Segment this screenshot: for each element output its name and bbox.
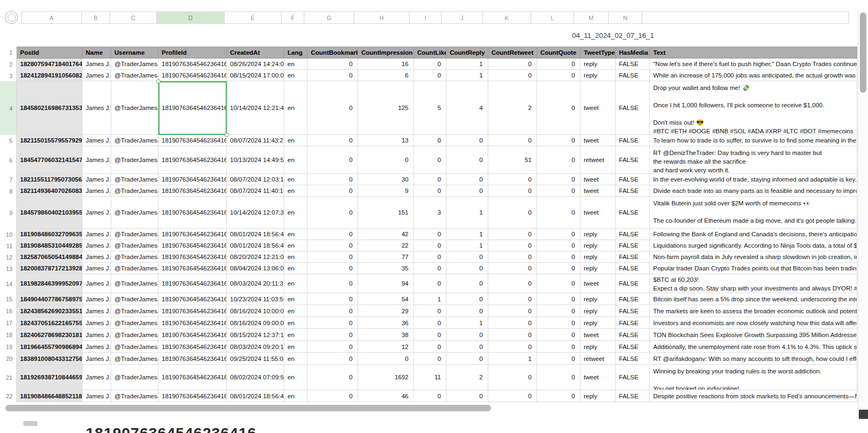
cell-A17[interactable]: 1824370516221657550 bbox=[16, 317, 82, 329]
cell-G10[interactable]: 0 bbox=[308, 229, 358, 240]
cell-I7[interactable]: 0 bbox=[414, 174, 446, 185]
cell-I22[interactable]: 0 bbox=[414, 390, 446, 402]
row-header-18[interactable]: 18 bbox=[0, 329, 16, 341]
cell-A4[interactable]: 1845802169867313536 bbox=[16, 81, 82, 135]
cell-O11[interactable]: Liquidations surged significantly. Accor… bbox=[650, 240, 857, 251]
cell-L11[interactable]: 0 bbox=[537, 240, 580, 251]
cell-L6[interactable]: 0 bbox=[537, 146, 580, 174]
cell-E15[interactable]: 10/23/2024 11:03:56 bbox=[227, 293, 284, 305]
cell-L15[interactable]: 0 bbox=[537, 293, 580, 305]
cell-K8[interactable]: 0 bbox=[488, 185, 537, 197]
cell-O7[interactable]: In the ever-evolving world of trade, sta… bbox=[650, 174, 857, 185]
cell-N18[interactable]: FALSE bbox=[616, 329, 650, 341]
cell-D21[interactable]: 1819076364546236416 bbox=[158, 365, 227, 390]
cell-L5[interactable]: 0 bbox=[537, 135, 580, 146]
cell-B7[interactable]: James J. bbox=[82, 174, 111, 185]
cell-E20[interactable]: 09/25/2024 11:55:03 bbox=[227, 353, 284, 365]
cell-B3[interactable]: James J. bbox=[82, 70, 111, 81]
cell-B16[interactable]: James J. bbox=[82, 305, 111, 317]
cell-N3[interactable]: FALSE bbox=[616, 70, 650, 81]
cell-F21[interactable]: en bbox=[284, 365, 308, 390]
column-header-text-area[interactable] bbox=[642, 11, 849, 24]
selection-handle-top-left[interactable] bbox=[156, 79, 161, 83]
cell-F1[interactable]: Lang bbox=[284, 47, 308, 59]
cell-E9[interactable]: 10/14/2024 12:07:35 bbox=[227, 197, 284, 229]
cell-K13[interactable]: 0 bbox=[488, 263, 537, 274]
cell-E6[interactable]: 10/13/2024 14:49:53 bbox=[227, 146, 284, 174]
cell-H16[interactable]: 29 bbox=[358, 305, 414, 317]
cell-G15[interactable]: 0 bbox=[308, 293, 358, 305]
cell-I8[interactable]: 0 bbox=[414, 185, 446, 197]
cell-C8[interactable]: @TraderJamesJ bbox=[111, 185, 158, 197]
column-header-G[interactable]: G bbox=[304, 11, 354, 24]
cell-N14[interactable]: FALSE bbox=[616, 274, 650, 293]
cell-A14[interactable]: 1819828463999520973 bbox=[16, 274, 82, 293]
cell-D1[interactable]: ProfileId bbox=[158, 47, 227, 59]
cell-L16[interactable]: 0 bbox=[537, 305, 580, 317]
cell-J20[interactable]: 0 bbox=[446, 353, 488, 365]
cell-K20[interactable]: 1 bbox=[488, 353, 537, 365]
cell-C9[interactable]: @TraderJamesJ bbox=[111, 197, 158, 229]
cell-L1[interactable]: CountQuote bbox=[537, 47, 580, 59]
cell-J19[interactable]: 0 bbox=[446, 341, 488, 353]
cell-G6[interactable]: 0 bbox=[308, 146, 358, 174]
cell-C7[interactable]: @TraderJamesJ bbox=[111, 174, 158, 185]
cell-H8[interactable]: 9 bbox=[358, 185, 414, 197]
cell-N16[interactable]: FALSE bbox=[616, 305, 650, 317]
cell-N8[interactable]: FALSE bbox=[616, 185, 650, 197]
cell-K12[interactable]: 0 bbox=[488, 251, 537, 263]
cell-J1[interactable]: CountReply bbox=[446, 47, 488, 59]
cell-K22[interactable]: 0 bbox=[488, 390, 537, 402]
cell-A10[interactable]: 1819084860327096352 bbox=[16, 229, 82, 240]
cell-F4[interactable]: en bbox=[284, 81, 308, 135]
cell-F12[interactable]: en bbox=[284, 251, 308, 263]
cell-B18[interactable]: James J. bbox=[82, 329, 111, 341]
cell-O20[interactable]: RT @arifakdoganv: With so many accounts … bbox=[650, 353, 857, 365]
cell-F22[interactable]: en bbox=[284, 390, 308, 402]
cell-L19[interactable]: 0 bbox=[537, 341, 580, 353]
column-header-M[interactable]: M bbox=[573, 11, 609, 24]
cell-A12[interactable]: 1825870650541498845 bbox=[16, 251, 82, 263]
cell-N6[interactable]: FALSE bbox=[616, 146, 650, 174]
cell-E11[interactable]: 08/01/2024 18:56:40 bbox=[227, 240, 284, 251]
cell-J15[interactable]: 0 bbox=[446, 293, 488, 305]
cell-K4[interactable]: 2 bbox=[488, 81, 537, 135]
cell-G1[interactable]: CountBookmark bbox=[308, 47, 358, 59]
column-header-I[interactable]: I bbox=[409, 11, 442, 24]
cell-D13[interactable]: 1819076364546236416 bbox=[158, 263, 227, 274]
cell-M10[interactable]: reply bbox=[580, 229, 616, 240]
cell-G19[interactable]: 0 bbox=[308, 341, 358, 353]
cell-D7[interactable]: 1819076364546236416 bbox=[158, 174, 227, 185]
cell-H7[interactable]: 30 bbox=[358, 174, 414, 185]
cell-L2[interactable]: 0 bbox=[537, 59, 580, 70]
cell-O3[interactable]: While an increase of 175,000 jobs was an… bbox=[650, 70, 857, 81]
cell-A3[interactable]: 1824128941910560820 bbox=[16, 70, 82, 81]
row-header-10[interactable]: 10 bbox=[0, 229, 16, 240]
cell-E21[interactable]: 08/02/2024 07:09:56 bbox=[227, 365, 284, 390]
cell-B15[interactable]: James J. bbox=[82, 293, 111, 305]
cell-M17[interactable]: reply bbox=[580, 317, 616, 329]
cell-N11[interactable]: FALSE bbox=[616, 240, 650, 251]
column-header-H[interactable]: H bbox=[354, 11, 410, 24]
column-header-F[interactable]: F bbox=[281, 11, 304, 24]
cell-J12[interactable]: 0 bbox=[446, 251, 488, 263]
column-header-A[interactable]: A bbox=[21, 11, 82, 24]
cell-O19[interactable]: Additionally, the unemployment rate rose… bbox=[650, 341, 857, 353]
row-header-21[interactable]: 21 bbox=[0, 365, 16, 390]
cell-D11[interactable]: 1819076364546236416 bbox=[158, 240, 227, 251]
row-header-16[interactable]: 16 bbox=[0, 305, 16, 317]
cell-F13[interactable]: en bbox=[284, 263, 308, 274]
cell-C13[interactable]: @TraderJamesJ bbox=[111, 263, 158, 274]
cell-K9[interactable]: 0 bbox=[488, 197, 537, 229]
row-header-17[interactable]: 17 bbox=[0, 317, 16, 329]
cell-I4[interactable]: 5 bbox=[414, 81, 446, 135]
cell-I1[interactable]: CountLike bbox=[414, 47, 446, 59]
cell-D16[interactable]: 1819076364546236416 bbox=[158, 305, 227, 317]
cell-K2[interactable]: 0 bbox=[488, 59, 537, 70]
cell-M19[interactable]: reply bbox=[580, 341, 616, 353]
cell-E19[interactable]: 08/03/2024 09:20:12 bbox=[227, 341, 284, 353]
cell-L20[interactable]: 0 bbox=[537, 353, 580, 365]
cell-N12[interactable]: FALSE bbox=[616, 251, 650, 263]
cell-D5[interactable]: 1819076364546236416 bbox=[158, 135, 227, 146]
cell-C3[interactable]: @TraderJamesJ bbox=[111, 70, 158, 81]
